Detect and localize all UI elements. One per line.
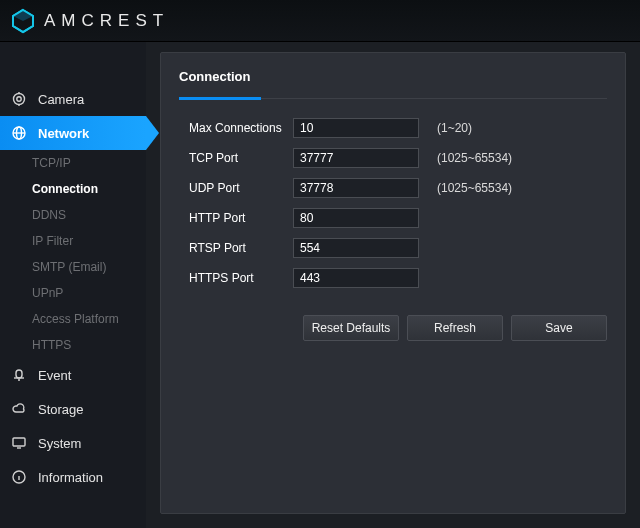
row-udp-port: UDP Port (1025~65534) [189,177,607,199]
sidebar-item-storage[interactable]: Storage [0,392,146,426]
sidebar-label: Network [38,126,89,141]
sidebar-label: Storage [38,402,84,417]
subnav-upnp[interactable]: UPnP [32,286,146,300]
subnav-ip-filter[interactable]: IP Filter [32,234,146,248]
info-icon [10,468,28,486]
sidebar-item-event[interactable]: Event [0,358,146,392]
subnav-smtp[interactable]: SMTP (Email) [32,260,146,274]
globe-icon [10,124,28,142]
brand-hexagon-icon [10,8,36,34]
input-udp-port[interactable] [293,178,419,198]
camera-icon [10,90,28,108]
row-tcp-port: TCP Port (1025~65534) [189,147,607,169]
label-udp-port: UDP Port [189,181,293,195]
svg-rect-7 [16,370,22,378]
monitor-icon [10,434,28,452]
sidebar-item-network[interactable]: Network [0,116,146,150]
panel-title: Connection [179,65,607,98]
brand-name: AMCREST [44,11,169,31]
svg-rect-8 [13,438,25,446]
input-max-connections[interactable] [293,118,419,138]
label-rtsp-port: RTSP Port [189,241,293,255]
input-rtsp-port[interactable] [293,238,419,258]
brand-logo: AMCREST [10,8,169,34]
hint-tcp-port: (1025~65534) [437,151,512,165]
cloud-icon [10,400,28,418]
subnav-connection[interactable]: Connection [32,182,146,196]
refresh-button[interactable]: Refresh [407,315,503,341]
input-tcp-port[interactable] [293,148,419,168]
row-http-port: HTTP Port [189,207,607,229]
sidebar-label: System [38,436,81,451]
sidebar-item-camera[interactable]: Camera [0,82,146,116]
label-https-port: HTTPS Port [189,271,293,285]
label-max-connections: Max Connections [189,121,293,135]
sidebar-label: Camera [38,92,84,107]
row-max-connections: Max Connections (1~20) [189,117,607,139]
sidebar-item-information[interactable]: Information [0,460,146,494]
row-https-port: HTTPS Port [189,267,607,289]
save-button[interactable]: Save [511,315,607,341]
panel-title-underline [179,98,607,99]
sidebar: Camera Network TCP/IP Connection DDNS IP… [0,42,146,528]
svg-point-3 [14,94,25,105]
reset-defaults-button[interactable]: Reset Defaults [303,315,399,341]
sidebar-label: Information [38,470,103,485]
input-http-port[interactable] [293,208,419,228]
subnav-access-platform[interactable]: Access Platform [32,312,146,326]
subnav-ddns[interactable]: DDNS [32,208,146,222]
svg-point-4 [17,97,21,101]
connection-panel: Connection Max Connections (1~20) TCP Po… [160,52,626,514]
hint-max-connections: (1~20) [437,121,472,135]
main-content: Connection Max Connections (1~20) TCP Po… [146,42,640,528]
connection-form: Max Connections (1~20) TCP Port (1025~65… [179,117,607,341]
label-http-port: HTTP Port [189,211,293,225]
svg-marker-1 [13,10,33,21]
sidebar-item-system[interactable]: System [0,426,146,460]
subnav-https[interactable]: HTTPS [32,338,146,352]
bell-icon [10,366,28,384]
sidebar-label: Event [38,368,71,383]
hint-udp-port: (1025~65534) [437,181,512,195]
header: AMCREST [0,0,640,42]
subnav-tcpip[interactable]: TCP/IP [32,156,146,170]
sidebar-subnav-network: TCP/IP Connection DDNS IP Filter SMTP (E… [0,150,146,358]
label-tcp-port: TCP Port [189,151,293,165]
input-https-port[interactable] [293,268,419,288]
row-rtsp-port: RTSP Port [189,237,607,259]
button-row: Reset Defaults Refresh Save [189,315,607,341]
